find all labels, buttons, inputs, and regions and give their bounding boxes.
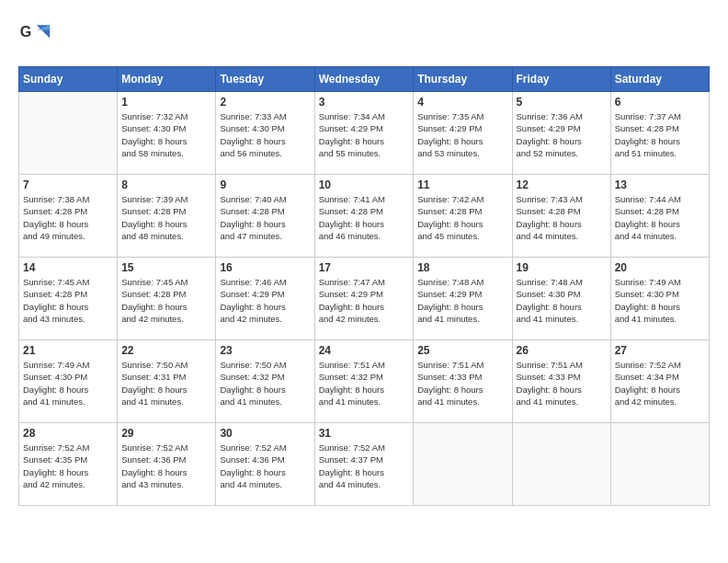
calendar-cell: 11Sunrise: 7:42 AM Sunset: 4:28 PM Dayli… [414, 175, 512, 258]
day-number: 23 [220, 344, 310, 357]
column-header-sunday: Sunday [19, 67, 118, 92]
calendar-cell: 31Sunrise: 7:52 AM Sunset: 4:37 PM Dayli… [314, 423, 414, 506]
calendar-cell: 20Sunrise: 7:49 AM Sunset: 4:30 PM Dayli… [610, 258, 709, 340]
day-number: 12 [517, 178, 607, 191]
day-info: Sunrise: 7:34 AM Sunset: 4:29 PM Dayligh… [319, 110, 410, 159]
day-number: 16 [220, 261, 310, 274]
day-number: 2 [220, 96, 310, 109]
calendar-cell: 7Sunrise: 7:38 AM Sunset: 4:28 PM Daylig… [19, 175, 118, 258]
day-info: Sunrise: 7:50 AM Sunset: 4:31 PM Dayligh… [121, 359, 211, 408]
day-info: Sunrise: 7:51 AM Sunset: 4:33 PM Dayligh… [417, 359, 507, 408]
day-info: Sunrise: 7:45 AM Sunset: 4:28 PM Dayligh… [23, 276, 113, 325]
logo: G [18, 18, 55, 52]
day-number: 9 [220, 178, 310, 191]
day-info: Sunrise: 7:36 AM Sunset: 4:29 PM Dayligh… [517, 110, 607, 159]
column-header-monday: Monday [118, 67, 216, 92]
day-number: 22 [121, 344, 211, 357]
week-row-2: 14Sunrise: 7:45 AM Sunset: 4:28 PM Dayli… [19, 258, 710, 340]
calendar-cell: 5Sunrise: 7:36 AM Sunset: 4:29 PM Daylig… [512, 92, 610, 175]
day-info: Sunrise: 7:45 AM Sunset: 4:28 PM Dayligh… [121, 276, 211, 325]
day-number: 14 [23, 261, 113, 274]
day-number: 25 [417, 344, 507, 357]
day-number: 29 [121, 427, 211, 440]
header-row: SundayMondayTuesdayWednesdayThursdayFrid… [19, 67, 710, 92]
day-info: Sunrise: 7:43 AM Sunset: 4:28 PM Dayligh… [517, 193, 607, 242]
day-number: 27 [615, 344, 705, 357]
day-info: Sunrise: 7:35 AM Sunset: 4:29 PM Dayligh… [417, 110, 507, 159]
day-info: Sunrise: 7:37 AM Sunset: 4:28 PM Dayligh… [615, 110, 705, 159]
day-info: Sunrise: 7:52 AM Sunset: 4:36 PM Dayligh… [121, 442, 211, 490]
calendar-cell: 2Sunrise: 7:33 AM Sunset: 4:30 PM Daylig… [216, 92, 314, 175]
calendar-cell: 14Sunrise: 7:45 AM Sunset: 4:28 PM Dayli… [19, 258, 118, 340]
calendar-body: 1Sunrise: 7:32 AM Sunset: 4:30 PM Daylig… [19, 92, 710, 506]
day-number: 5 [517, 96, 607, 109]
day-number: 28 [23, 427, 113, 440]
day-info: Sunrise: 7:51 AM Sunset: 4:32 PM Dayligh… [319, 359, 410, 408]
day-number: 7 [23, 178, 113, 191]
day-info: Sunrise: 7:32 AM Sunset: 4:30 PM Dayligh… [121, 110, 211, 159]
day-number: 21 [23, 344, 113, 357]
calendar-cell: 9Sunrise: 7:40 AM Sunset: 4:28 PM Daylig… [216, 175, 314, 258]
day-number: 31 [319, 427, 410, 440]
day-info: Sunrise: 7:44 AM Sunset: 4:28 PM Dayligh… [615, 193, 705, 242]
calendar-cell: 8Sunrise: 7:39 AM Sunset: 4:28 PM Daylig… [118, 175, 216, 258]
calendar-header: SundayMondayTuesdayWednesdayThursdayFrid… [19, 67, 710, 92]
day-info: Sunrise: 7:52 AM Sunset: 4:37 PM Dayligh… [319, 442, 410, 490]
calendar-cell: 28Sunrise: 7:52 AM Sunset: 4:35 PM Dayli… [19, 423, 118, 506]
column-header-friday: Friday [512, 67, 610, 92]
calendar-cell: 27Sunrise: 7:52 AM Sunset: 4:34 PM Dayli… [610, 340, 709, 423]
day-number: 4 [417, 96, 507, 109]
day-number: 13 [615, 178, 705, 191]
calendar-cell [512, 423, 610, 506]
day-info: Sunrise: 7:47 AM Sunset: 4:29 PM Dayligh… [319, 276, 410, 325]
week-row-3: 21Sunrise: 7:49 AM Sunset: 4:30 PM Dayli… [19, 340, 710, 423]
header: G [18, 18, 710, 52]
calendar-cell: 18Sunrise: 7:48 AM Sunset: 4:29 PM Dayli… [414, 258, 512, 340]
calendar-cell: 6Sunrise: 7:37 AM Sunset: 4:28 PM Daylig… [610, 92, 709, 175]
week-row-4: 28Sunrise: 7:52 AM Sunset: 4:35 PM Dayli… [19, 423, 710, 506]
day-info: Sunrise: 7:46 AM Sunset: 4:29 PM Dayligh… [220, 276, 310, 325]
day-info: Sunrise: 7:42 AM Sunset: 4:28 PM Dayligh… [417, 193, 507, 242]
day-number: 30 [220, 427, 310, 440]
calendar-cell: 4Sunrise: 7:35 AM Sunset: 4:29 PM Daylig… [414, 92, 512, 175]
day-info: Sunrise: 7:40 AM Sunset: 4:28 PM Dayligh… [220, 193, 310, 242]
calendar-cell [610, 423, 709, 506]
column-header-thursday: Thursday [414, 67, 512, 92]
day-info: Sunrise: 7:50 AM Sunset: 4:32 PM Dayligh… [220, 359, 310, 408]
calendar-cell: 12Sunrise: 7:43 AM Sunset: 4:28 PM Dayli… [512, 175, 610, 258]
day-number: 20 [615, 261, 705, 274]
day-number: 8 [121, 178, 211, 191]
day-number: 19 [517, 261, 607, 274]
column-header-wednesday: Wednesday [314, 67, 414, 92]
calendar-cell [19, 92, 118, 175]
calendar-cell: 23Sunrise: 7:50 AM Sunset: 4:32 PM Dayli… [216, 340, 314, 423]
day-info: Sunrise: 7:52 AM Sunset: 4:34 PM Dayligh… [615, 359, 705, 408]
day-info: Sunrise: 7:33 AM Sunset: 4:30 PM Dayligh… [220, 110, 310, 159]
day-info: Sunrise: 7:38 AM Sunset: 4:28 PM Dayligh… [23, 193, 113, 242]
calendar-cell: 21Sunrise: 7:49 AM Sunset: 4:30 PM Dayli… [19, 340, 118, 423]
day-info: Sunrise: 7:49 AM Sunset: 4:30 PM Dayligh… [615, 276, 705, 325]
day-info: Sunrise: 7:48 AM Sunset: 4:29 PM Dayligh… [417, 276, 507, 325]
day-number: 26 [517, 344, 607, 357]
week-row-0: 1Sunrise: 7:32 AM Sunset: 4:30 PM Daylig… [19, 92, 710, 175]
calendar-cell: 24Sunrise: 7:51 AM Sunset: 4:32 PM Dayli… [314, 340, 414, 423]
day-info: Sunrise: 7:41 AM Sunset: 4:28 PM Dayligh… [319, 193, 410, 242]
calendar-cell: 1Sunrise: 7:32 AM Sunset: 4:30 PM Daylig… [118, 92, 216, 175]
day-info: Sunrise: 7:49 AM Sunset: 4:30 PM Dayligh… [23, 359, 113, 408]
day-info: Sunrise: 7:52 AM Sunset: 4:36 PM Dayligh… [220, 442, 310, 490]
calendar-cell: 26Sunrise: 7:51 AM Sunset: 4:33 PM Dayli… [512, 340, 610, 423]
day-number: 3 [319, 96, 410, 109]
logo-icon: G [18, 18, 51, 52]
day-info: Sunrise: 7:39 AM Sunset: 4:28 PM Dayligh… [121, 193, 211, 242]
calendar-cell: 22Sunrise: 7:50 AM Sunset: 4:31 PM Dayli… [118, 340, 216, 423]
column-header-saturday: Saturday [610, 67, 709, 92]
day-info: Sunrise: 7:51 AM Sunset: 4:33 PM Dayligh… [517, 359, 607, 408]
svg-text:G: G [20, 23, 32, 40]
calendar-cell: 29Sunrise: 7:52 AM Sunset: 4:36 PM Dayli… [118, 423, 216, 506]
calendar-cell: 10Sunrise: 7:41 AM Sunset: 4:28 PM Dayli… [314, 175, 414, 258]
calendar-cell [414, 423, 512, 506]
day-info: Sunrise: 7:48 AM Sunset: 4:30 PM Dayligh… [517, 276, 607, 325]
calendar-cell: 15Sunrise: 7:45 AM Sunset: 4:28 PM Dayli… [118, 258, 216, 340]
day-info: Sunrise: 7:52 AM Sunset: 4:35 PM Dayligh… [23, 442, 113, 490]
day-number: 17 [319, 261, 410, 274]
